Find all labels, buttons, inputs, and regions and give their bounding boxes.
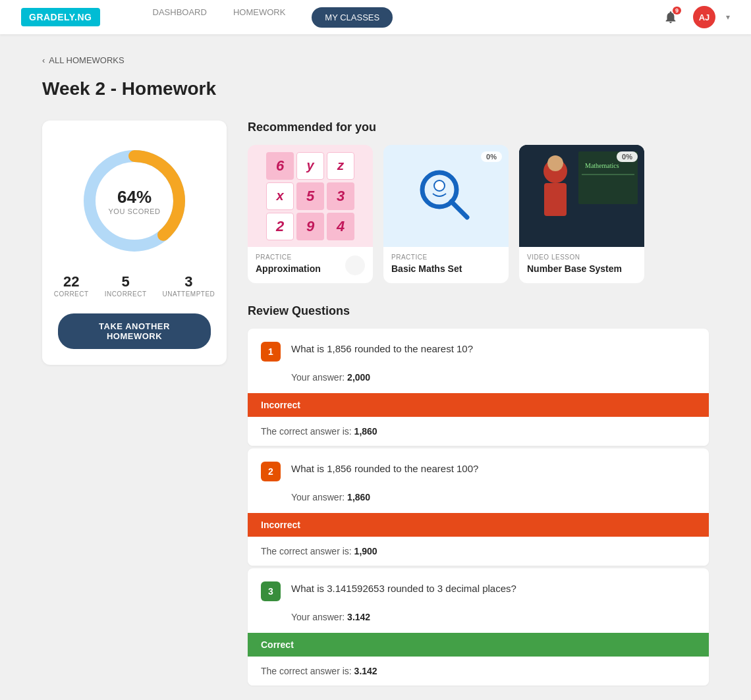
question-block-2: 2 What is 1,856 rounded to the nearest 1… (248, 448, 709, 566)
donut-center: 64% YOU SCORED (109, 187, 161, 215)
score-percent: 64% (109, 187, 161, 207)
verdict-bar-2: Incorrect (248, 513, 709, 537)
rec-card-name-1: Basic Maths Set (391, 263, 501, 274)
donut-chart: 64% YOU SCORED (75, 142, 194, 260)
cell-6: 6 (266, 152, 294, 180)
stat-unattempted-label: UNATTEMPTED (163, 290, 215, 298)
magnify-icon (413, 163, 479, 229)
cell-z: z (327, 152, 354, 180)
rec-card-basic-maths[interactable]: 0% PRACTICE Basic Maths Set (383, 145, 509, 283)
page-title: Week 2 - Homework (42, 78, 709, 99)
cell-5: 5 (296, 182, 324, 210)
question-text-1: What is 1,856 rounded to the nearest 10? (291, 342, 473, 357)
rec-card-type-1: PRACTICE (391, 254, 501, 261)
back-link-label: ALL HOMEWORKS (49, 55, 124, 65)
rec-card-name-2: Number Base System (527, 263, 636, 274)
right-panel: Recommended for you 6 y z x 5 3 2 9 (248, 121, 709, 688)
notification-button[interactable]: 9 (659, 5, 682, 29)
recommendations-title: Recommended for you (248, 121, 709, 134)
question-text-2: What is 1,856 rounded to the nearest 100… (291, 462, 478, 477)
nav-homework[interactable]: HOMEWORK (233, 7, 285, 28)
cell-4: 4 (327, 213, 354, 240)
stat-correct-num: 22 (54, 273, 89, 290)
content-row: 64% YOU SCORED 22 CORRECT 5 INCORRECT 3 … (42, 121, 709, 688)
stat-unattempted: 3 UNATTEMPTED (163, 273, 215, 298)
your-answer-3: Your answer: 3.142 (248, 612, 709, 633)
rec-card-number-base[interactable]: Mathematics 0% VIDEO LESSON Number Base … (519, 145, 644, 283)
stat-unattempted-num: 3 (163, 273, 215, 290)
nav-dashboard[interactable]: DASHBOARD (153, 7, 207, 28)
question-num-2: 2 (261, 462, 281, 481)
approx-grid: 6 y z x 5 3 2 9 4 (253, 145, 368, 254)
cell-x: x (266, 182, 294, 210)
main-content: ‹ ALL HOMEWORKS Week 2 - Homework 64% YO… (26, 34, 725, 700)
avatar-caret-icon[interactable]: ▾ (726, 13, 730, 22)
rec-card-body-basic-maths: PRACTICE Basic Maths Set (383, 247, 509, 283)
rec-badge-2: 0% (617, 151, 638, 162)
rec-card-type-2: VIDEO LESSON (527, 254, 636, 261)
verdict-bar-1: Incorrect (248, 393, 709, 417)
cell-3: 3 (327, 182, 354, 210)
approx-circle-btn (345, 256, 365, 275)
stat-incorrect-label: INCORRECT (105, 290, 147, 298)
stats-row: 22 CORRECT 5 INCORRECT 3 UNATTEMPTED (54, 273, 215, 298)
question-header-1: 1 What is 1,856 rounded to the nearest 1… (248, 329, 709, 372)
question-block-1: 1 What is 1,856 rounded to the nearest 1… (248, 329, 709, 446)
stat-correct-label: CORRECT (54, 290, 89, 298)
stat-incorrect-num: 5 (105, 273, 147, 290)
notification-badge: 9 (673, 7, 681, 14)
verdict-bar-3: Correct (248, 633, 709, 657)
question-header-2: 2 What is 1,856 rounded to the nearest 1… (248, 448, 709, 492)
nav-right: 9 AJ ▾ (659, 5, 730, 29)
nav-myclasses[interactable]: MY CLASSES (312, 7, 393, 28)
cell-2: 2 (266, 213, 294, 240)
rec-card-body-number-base: VIDEO LESSON Number Base System (519, 247, 644, 283)
stat-incorrect: 5 INCORRECT (105, 273, 147, 298)
logo[interactable]: GRADELY.NG (21, 8, 100, 26)
rec-badge-1: 0% (481, 151, 502, 162)
recommendations-cards: 6 y z x 5 3 2 9 4 PRACTICE (248, 145, 709, 283)
svg-text:Mathematics: Mathematics (585, 162, 619, 169)
correct-answer-2: The correct answer is: 1,900 (248, 537, 709, 566)
review-questions: 1 What is 1,856 rounded to the nearest 1… (248, 329, 709, 686)
score-card: 64% YOU SCORED 22 CORRECT 5 INCORRECT 3 … (42, 121, 227, 365)
question-num-3: 3 (261, 581, 281, 601)
svg-line-3 (451, 202, 467, 217)
score-label: YOU SCORED (109, 207, 161, 215)
question-text-3: What is 3.141592653 rounded to 3 decimal… (291, 581, 516, 597)
cell-9: 9 (296, 213, 324, 240)
correct-answer-1: The correct answer is: 1,860 (248, 417, 709, 446)
back-link[interactable]: ‹ ALL HOMEWORKS (42, 55, 709, 65)
svg-point-11 (547, 155, 563, 171)
question-header-3: 3 What is 3.141592653 rounded to 3 decim… (248, 568, 709, 612)
cell-y: y (296, 152, 324, 180)
nav-links: DASHBOARD HOMEWORK MY CLASSES (153, 7, 659, 28)
your-answer-1: Your answer: 2,000 (248, 372, 709, 393)
svg-rect-10 (544, 183, 567, 216)
stat-correct: 22 CORRECT (54, 273, 89, 298)
svg-point-4 (434, 180, 445, 191)
correct-answer-3: The correct answer is: 3.142 (248, 657, 709, 686)
back-arrow-icon: ‹ (42, 55, 45, 65)
avatar[interactable]: AJ (693, 6, 715, 28)
navbar: GRADELY.NG DASHBOARD HOMEWORK MY CLASSES… (0, 0, 751, 34)
rec-card-img-approximation: 6 y z x 5 3 2 9 4 (248, 145, 373, 247)
question-num-1: 1 (261, 342, 281, 362)
your-answer-2: Your answer: 1,860 (248, 492, 709, 513)
take-homework-button[interactable]: TAKE ANOTHER HOMEWORK (58, 313, 211, 349)
rec-card-approximation[interactable]: 6 y z x 5 3 2 9 4 PRACTICE (248, 145, 373, 283)
question-block-3: 3 What is 3.141592653 rounded to 3 decim… (248, 568, 709, 686)
review-title: Review Questions (248, 304, 709, 318)
